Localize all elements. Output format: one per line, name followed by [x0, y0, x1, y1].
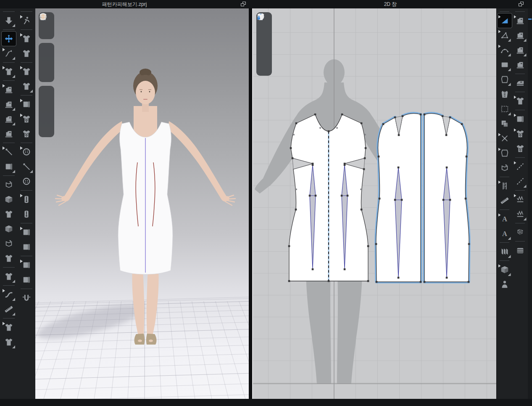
transform-target-tool[interactable]	[513, 225, 527, 239]
segment-sewing-2d-tool[interactable]	[513, 13, 527, 28]
basting-tool[interactable]	[513, 159, 527, 174]
show-garment-2d[interactable]	[258, 26, 271, 38]
knit-tool-icon	[4, 254, 13, 263]
elastic-tool[interactable]	[513, 192, 527, 207]
viewport-3d[interactable]	[35, 8, 249, 399]
restore-window-icon[interactable]	[519, 2, 524, 6]
viewport-2d[interactable]	[252, 8, 496, 399]
binding-tool[interactable]	[19, 273, 34, 287]
curve-sewing-2d-tool[interactable]	[513, 43, 527, 57]
trim-tool[interactable]	[19, 240, 34, 254]
baseline-tool[interactable]	[513, 174, 527, 188]
split-pattern-tool[interactable]	[498, 131, 512, 146]
textured-pattern-view[interactable]	[258, 50, 271, 62]
fabric-pin-tool[interactable]	[2, 159, 16, 174]
knit-tool[interactable]	[2, 251, 16, 265]
trim-edit-tool[interactable]	[19, 225, 34, 239]
button-tool[interactable]	[19, 145, 34, 159]
pattern-back-left-piece[interactable]	[376, 114, 421, 282]
zipper-tool[interactable]	[19, 207, 34, 221]
garment-select-tool[interactable]	[513, 94, 527, 108]
detail-sewing-tool[interactable]	[2, 127, 16, 141]
ruler-tool[interactable]	[2, 302, 16, 316]
pattern-info[interactable]	[258, 38, 271, 50]
refold-tool[interactable]	[2, 236, 16, 251]
curve-edit-tool[interactable]	[2, 46, 16, 61]
annotate-text-tool[interactable]	[498, 212, 512, 226]
seam-measure-tool[interactable]	[498, 179, 512, 193]
pattern-fill-2d-tool[interactable]	[513, 141, 527, 156]
view-pinned-garment[interactable]	[40, 26, 53, 38]
unfold-tool[interactable]	[2, 222, 16, 236]
grade-tool[interactable]	[2, 269, 16, 284]
pattern-text-tool[interactable]	[498, 226, 512, 241]
layer-clone-tool[interactable]	[2, 207, 16, 221]
texture-edit-2d-tool[interactable]	[513, 112, 527, 126]
trace-pattern-tool[interactable]	[498, 72, 512, 87]
show-avatar[interactable]	[40, 69, 53, 81]
fit-pattern-tool[interactable]	[498, 277, 512, 292]
toolbar-separator	[515, 190, 525, 191]
pleats-tool[interactable]	[498, 244, 512, 259]
pattern-paint-2d-tool[interactable]	[513, 127, 527, 141]
import-tool[interactable]	[2, 13, 16, 28]
edit-pattern-tool[interactable]	[498, 28, 512, 42]
fold-arrangement-tool[interactable]	[2, 178, 16, 192]
binding-edit-tool[interactable]	[19, 258, 34, 272]
garment-rearrange-tool[interactable]	[2, 64, 16, 79]
environment-view[interactable]	[40, 124, 53, 136]
pattern-back-right-piece[interactable]	[424, 114, 469, 282]
garment-measure-tool[interactable]	[2, 320, 16, 334]
move-tool[interactable]	[2, 32, 16, 46]
clamp-tool[interactable]	[19, 291, 34, 305]
zipper-edit-tool[interactable]	[19, 192, 34, 207]
animation-tool[interactable]	[19, 13, 34, 28]
curve-sewing-tool[interactable]	[2, 112, 16, 126]
padding-tool-icon	[516, 246, 525, 255]
edit-curvature-tool[interactable]	[498, 43, 512, 57]
dress-center-front-line[interactable]	[145, 138, 145, 273]
layer-clone-tool-icon	[4, 210, 13, 219]
restore-window-icon[interactable]	[241, 2, 246, 6]
mono-surface-view[interactable]	[40, 99, 53, 111]
garment-measure-edit-tool[interactable]	[2, 335, 16, 349]
detail-sewing-tool-icon	[4, 129, 13, 138]
tape-measure-tool[interactable]	[2, 287, 16, 302]
select-lasso-tool[interactable]	[498, 102, 512, 116]
rectangle-pattern-tool[interactable]	[498, 58, 512, 72]
pin-tool[interactable]	[2, 145, 16, 159]
lock-pattern[interactable]	[258, 62, 271, 74]
segment-sewing-tool[interactable]	[2, 82, 16, 97]
free-sewing-tool[interactable]	[2, 97, 16, 111]
flatten-tool[interactable]	[19, 64, 34, 79]
button-position-tool[interactable]	[19, 159, 34, 174]
sewing-tool[interactable]	[19, 46, 34, 61]
inspect-sewing-tool[interactable]	[513, 58, 527, 72]
arrange-garment[interactable]	[40, 56, 53, 69]
quilt-tool[interactable]	[2, 192, 16, 207]
textured-surface-view[interactable]	[40, 87, 53, 99]
cut-sew-tool[interactable]	[498, 263, 512, 277]
toolbar-scroll-strip[interactable]	[528, 8, 532, 399]
lacing-tool[interactable]	[498, 87, 512, 101]
pattern-fill-tool[interactable]	[19, 127, 34, 141]
avatar-skin-view[interactable]	[40, 111, 53, 124]
shirring-tool[interactable]	[513, 207, 527, 221]
outline-pattern-tool[interactable]	[498, 146, 512, 160]
padding-tool[interactable]	[513, 243, 527, 257]
toolbar-separator	[21, 29, 32, 30]
sewing-edit-tool[interactable]	[19, 32, 34, 46]
pattern-ruler-tool[interactable]	[498, 194, 512, 208]
flatten-edit-tool[interactable]	[19, 79, 34, 93]
show-garment[interactable]	[40, 44, 53, 56]
pattern-paint-tool[interactable]	[19, 112, 34, 126]
pattern-front-piece[interactable]	[289, 114, 368, 281]
free-sewing-2d-tool[interactable]	[513, 28, 527, 42]
panel-divider[interactable]	[249, 8, 252, 399]
buttonhole-lock-tool[interactable]	[19, 174, 34, 188]
transform-pattern-tool[interactable]	[498, 13, 512, 28]
fold-pattern-tool[interactable]	[498, 161, 512, 175]
texture-edit-tool[interactable]	[19, 97, 34, 111]
iron-press-tool[interactable]	[513, 76, 527, 90]
pattern-overlap-tool[interactable]	[498, 117, 512, 131]
